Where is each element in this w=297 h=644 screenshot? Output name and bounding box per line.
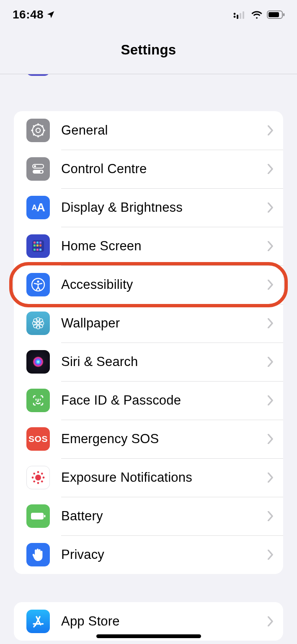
chevron-right-icon — [267, 164, 274, 174]
chevron-right-icon — [267, 616, 274, 626]
svg-rect-55 — [31, 513, 44, 519]
exposure-icon — [26, 466, 50, 489]
previous-group-peek — [14, 74, 283, 83]
svg-point-53 — [33, 480, 35, 483]
sos-icon: SOS — [26, 427, 50, 451]
home-indicator[interactable] — [96, 634, 201, 638]
row-general[interactable]: General — [14, 111, 283, 150]
row-label: App Store — [61, 614, 120, 629]
home-grid-icon — [26, 234, 50, 258]
flower-icon — [26, 312, 50, 335]
svg-rect-3 — [240, 13, 241, 19]
svg-rect-29 — [34, 249, 36, 251]
svg-point-19 — [34, 165, 36, 167]
chevron-right-icon — [267, 125, 274, 135]
svg-point-50 — [43, 477, 45, 479]
chevron-right-icon — [267, 550, 274, 560]
svg-point-21 — [40, 171, 42, 173]
svg-rect-2 — [237, 15, 238, 19]
svg-rect-31 — [39, 249, 41, 251]
svg-point-46 — [35, 475, 41, 480]
accessibility-icon — [26, 273, 50, 296]
faceid-icon — [26, 389, 50, 412]
row-label: Exposure Notifications — [61, 470, 192, 485]
row-label: Siri & Search — [61, 354, 138, 369]
chevron-right-icon — [267, 473, 274, 483]
svg-point-54 — [41, 473, 43, 475]
row-label: Display & Brightness — [61, 200, 183, 215]
aa-icon: AA — [26, 196, 50, 219]
row-privacy[interactable]: Privacy — [14, 535, 283, 574]
row-label: Home Screen — [61, 239, 142, 254]
battery-full-icon — [26, 504, 50, 528]
toggles-icon — [26, 157, 50, 181]
battery-icon — [267, 10, 285, 19]
chevron-right-icon — [267, 395, 274, 405]
chevron-right-icon — [267, 241, 274, 251]
svg-rect-28 — [39, 244, 41, 247]
svg-rect-23 — [34, 242, 36, 244]
svg-point-0 — [234, 13, 236, 15]
svg-rect-7 — [283, 13, 284, 16]
row-faceid-passcode[interactable]: Face ID & Passcode — [14, 381, 283, 420]
status-bar: 16:48 — [0, 0, 297, 29]
row-control-centre[interactable]: Control Centre — [14, 150, 283, 188]
svg-point-9 — [36, 128, 40, 132]
location-arrow-icon — [46, 10, 55, 19]
svg-point-1 — [234, 16, 236, 18]
time-text: 16:48 — [13, 8, 44, 21]
row-home-screen[interactable]: Home Screen — [14, 227, 283, 265]
cellular-signal-icon — [233, 10, 247, 19]
row-label: General — [61, 123, 108, 138]
status-time: 16:48 — [13, 8, 55, 21]
row-label: Face ID & Passcode — [61, 393, 181, 408]
svg-point-33 — [37, 280, 39, 283]
svg-rect-30 — [36, 249, 39, 251]
svg-rect-26 — [34, 244, 36, 247]
chevron-right-icon — [267, 203, 274, 213]
svg-rect-24 — [36, 242, 39, 244]
hand-icon — [26, 543, 50, 566]
svg-rect-4 — [243, 11, 244, 19]
svg-rect-27 — [36, 244, 39, 247]
row-label: Control Centre — [61, 161, 147, 177]
row-label: Battery — [61, 509, 103, 524]
row-label: Wallpaper — [61, 316, 120, 331]
svg-point-49 — [32, 477, 34, 479]
svg-rect-25 — [39, 242, 41, 244]
row-label: Accessibility — [61, 277, 133, 292]
row-display-brightness[interactable]: AA Display & Brightness — [14, 188, 283, 227]
svg-line-61 — [34, 626, 35, 627]
gear-icon — [26, 119, 50, 142]
row-emergency-sos[interactable]: SOS Emergency SOS — [14, 420, 283, 458]
row-accessibility[interactable]: Accessibility — [14, 265, 283, 304]
wifi-icon — [251, 10, 263, 19]
status-icons — [233, 10, 285, 19]
svg-point-34 — [37, 322, 39, 325]
row-wallpaper[interactable]: Wallpaper — [14, 304, 283, 343]
svg-point-51 — [33, 473, 35, 475]
siri-icon — [26, 350, 50, 374]
svg-point-48 — [37, 482, 39, 484]
svg-point-52 — [41, 480, 43, 483]
row-siri-search[interactable]: Siri & Search — [14, 343, 283, 381]
row-label: Privacy — [61, 547, 104, 562]
chevron-right-icon — [267, 511, 274, 521]
svg-rect-6 — [269, 12, 279, 17]
row-exposure-notifications[interactable]: Exposure Notifications — [14, 458, 283, 497]
settings-group-main: General Control Centre AA Display & Brig… — [14, 111, 283, 574]
chevron-right-icon — [267, 280, 274, 290]
appstore-icon — [26, 610, 50, 633]
page-title: Settings — [0, 42, 297, 58]
chevron-right-icon — [267, 318, 274, 328]
chevron-right-icon — [267, 434, 274, 444]
svg-rect-56 — [44, 515, 46, 517]
svg-point-43 — [33, 356, 44, 367]
svg-point-47 — [37, 471, 39, 473]
chevron-right-icon — [267, 357, 274, 367]
row-label: Emergency SOS — [61, 431, 159, 447]
row-battery[interactable]: Battery — [14, 497, 283, 535]
previous-item-icon — [26, 74, 50, 76]
